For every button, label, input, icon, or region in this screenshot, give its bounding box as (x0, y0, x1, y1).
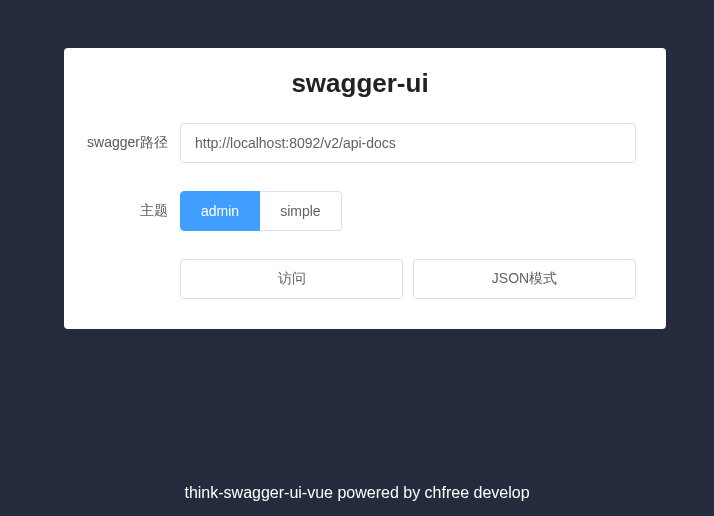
theme-option-admin[interactable]: admin (180, 191, 260, 231)
visit-button[interactable]: 访问 (180, 259, 403, 299)
path-row: swagger路径 (84, 123, 636, 163)
theme-label: 主题 (84, 202, 180, 220)
config-card: swagger-ui swagger路径 主题 admin simple 访问 … (64, 48, 666, 329)
footer-text: think-swagger-ui-vue powered by chfree d… (0, 484, 714, 502)
json-mode-button[interactable]: JSON模式 (413, 259, 636, 299)
path-label: swagger路径 (84, 134, 180, 152)
action-buttons: 访问 JSON模式 (180, 259, 636, 299)
theme-radio-group: admin simple (180, 191, 636, 231)
page-title: swagger-ui (84, 68, 636, 99)
theme-option-simple[interactable]: simple (260, 191, 341, 231)
theme-input-wrap: admin simple (180, 191, 636, 231)
path-input-wrap (180, 123, 636, 163)
swagger-path-input[interactable] (180, 123, 636, 163)
theme-row: 主题 admin simple (84, 191, 636, 231)
